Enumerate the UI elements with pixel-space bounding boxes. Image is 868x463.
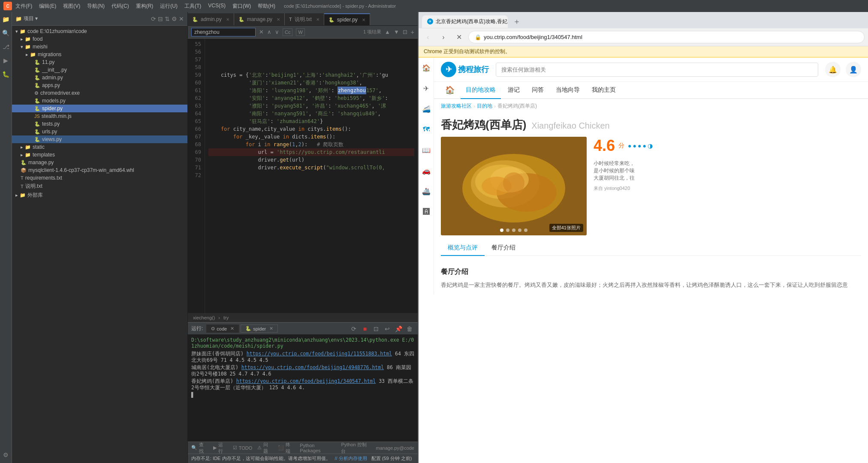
menu-edit[interactable]: 编辑(E) (39, 3, 56, 10)
editor-tab-admin[interactable]: 🐍 admin.py ✕ (188, 13, 234, 25)
reviews-tab-intro[interactable]: 餐厅介绍 (485, 241, 522, 256)
search-input[interactable] (191, 28, 256, 36)
sidebar-train-icon[interactable]: 🚄 (419, 102, 433, 116)
sidebar-flight-icon[interactable]: ✈ (419, 81, 433, 95)
tree-file-models[interactable]: 🐍 models.py (12, 97, 187, 105)
collapse-icon[interactable]: ⊟ (158, 15, 163, 22)
tree-file-init[interactable]: 🐍 __init__.py (12, 66, 187, 74)
settings-icon[interactable]: ⚙ (1, 450, 11, 460)
menu-refactor[interactable]: 重构(R) (136, 3, 154, 10)
sidebar-travel-icon[interactable]: 🚢 (419, 184, 433, 198)
search-nav-down[interactable]: ▼ (394, 29, 399, 35)
nav-item-travel[interactable]: 游记 (503, 82, 525, 99)
nav-icon-2[interactable]: 👤 (846, 62, 861, 77)
nav-item-local[interactable]: 当地向导 (551, 82, 585, 99)
run-trash-icon[interactable]: 🗑 (405, 324, 414, 334)
tree-file-mysqlclient[interactable]: 📦 mysqlclient-1.4.6-cp37-cp37m-win_amd64… (12, 166, 187, 174)
tree-folder-static[interactable]: ▸ 📁 static (12, 143, 187, 151)
tree-file-apps[interactable]: 🐍 apps.py (12, 81, 187, 89)
breadcrumb-community[interactable]: 旅游攻略社区 (441, 102, 472, 110)
gallery-count[interactable]: 全部41张照片 (549, 224, 583, 232)
search-next-icon[interactable]: ∨ (275, 29, 279, 35)
menu-vcs[interactable]: VCS(S) (208, 3, 226, 10)
browser-tab-active[interactable]: ✈ 北京香妃烤鸡(西单店)攻略,香妃... ✕ (422, 15, 508, 28)
gallery-dot-4[interactable] (518, 228, 521, 232)
tree-root[interactable]: ▾ 📁 code E:\01zhuomian\code (12, 27, 187, 35)
menu-run[interactable]: 运行(U) (160, 3, 178, 10)
tree-file-admin[interactable]: 🐍 admin.py (12, 74, 187, 81)
terminal-link-2[interactable]: https://you.ctrip.com/food/beijing1/3405… (236, 378, 376, 384)
tool-search[interactable]: 🔍 查找 (191, 442, 208, 454)
ctrip-home-nav-icon[interactable]: 🏠 (441, 82, 459, 98)
ctrip-search-input[interactable] (496, 63, 818, 77)
editor-tab-spider[interactable]: 🐍 spider.py ✕ (324, 13, 370, 25)
browser-back-btn[interactable]: ‹ (422, 31, 434, 43)
run-stop-icon[interactable]: ■ (360, 324, 370, 334)
run-restart-icon[interactable]: ⟳ (349, 324, 359, 334)
reviews-tab-overview[interactable]: 概览与点评 (441, 241, 485, 256)
tree-file-views[interactable]: 🐍 views.py (12, 135, 187, 143)
nav-item-profile[interactable]: 我的主页 (587, 82, 621, 99)
tree-file-chromedriver[interactable]: ⚙ chromedriver.exe (12, 89, 187, 97)
tree-file-readme[interactable]: T 说明.txt (12, 182, 187, 191)
project-icon[interactable]: 📁 (1, 15, 11, 24)
tree-folder-external[interactable]: ▸ 📁 外部库 (12, 191, 187, 200)
tool-todo[interactable]: ☑ TODO (233, 445, 253, 451)
new-tab-btn[interactable]: ＋ (509, 15, 524, 28)
browser-refresh-btn[interactable]: ✕ (453, 31, 465, 43)
search-wholeword-icon[interactable]: W (296, 28, 304, 36)
search-nav-up[interactable]: ▲ (385, 29, 390, 35)
menu-file[interactable]: 文件(F) (15, 3, 32, 10)
tree-file-manage[interactable]: 🐍 manage.py (12, 159, 187, 166)
run-tab-code[interactable]: ⊙ code ✕ (206, 325, 239, 333)
run-icon[interactable]: ▶ (1, 56, 11, 65)
tree-file-spider[interactable]: 🐍 spider.py (12, 105, 187, 112)
gallery-dot-2[interactable] (506, 228, 509, 232)
tree-folder-meishi[interactable]: ▾ 📁 meishi (12, 43, 187, 51)
statusbar-config[interactable]: 配置 (59 分钟 之前) (371, 455, 412, 462)
gallery-dot-1[interactable] (500, 228, 503, 232)
menu-code[interactable]: 代码(C) (112, 3, 129, 10)
nav-item-qa[interactable]: 问答 (527, 82, 549, 99)
editor-tab-manage[interactable]: 🐍 manage.py ✕ (234, 13, 285, 25)
run-pin-icon[interactable]: 📌 (394, 324, 403, 334)
run-scroll-icon[interactable]: ⊡ (371, 324, 381, 334)
menu-tools[interactable]: 工具(T) (184, 3, 201, 10)
sidebar-car-icon[interactable]: 📖 (419, 143, 433, 157)
run-wrap-icon[interactable]: ↩ (383, 324, 392, 334)
tab-close-spider[interactable]: ✕ (362, 18, 365, 22)
nav-item-guide[interactable]: 目的地攻略 (461, 82, 501, 99)
tab-close-readme[interactable]: ✕ (316, 17, 319, 22)
editor-tab-readme[interactable]: T 说明.txt ✕ (285, 13, 324, 25)
tree-folder-migrations[interactable]: ▸ 📁 migrations (12, 51, 187, 58)
tool-run[interactable]: ▶ 运行 (213, 442, 227, 454)
tool-issues[interactable]: ⚠ 问题 (257, 442, 272, 454)
search-plus-icon[interactable]: + (411, 29, 414, 36)
menu-nav[interactable]: 导航(N) (87, 3, 105, 10)
menu-window[interactable]: 窗口(W) (232, 3, 251, 10)
tool-python-packages[interactable]: Python Packages (300, 443, 336, 453)
tool-manage[interactable]: manage.py@code (376, 445, 414, 451)
sidebar-hotel-icon[interactable]: 🗺 (419, 123, 433, 136)
tool-terminal[interactable]: ⬛ 终端 (278, 442, 295, 454)
browser-forward-btn[interactable]: › (437, 31, 449, 43)
tree-file-requirements[interactable]: T requirements.txt (12, 174, 187, 182)
search-matchcase-icon[interactable]: Cc (283, 28, 292, 36)
run-tab-spider-close[interactable]: ✕ (269, 326, 273, 331)
search-expand-icon[interactable]: ⊡ (403, 29, 407, 35)
tree-file-stealth[interactable]: JS stealth.min.js (12, 112, 187, 120)
tab-close-manage[interactable]: ✕ (277, 17, 280, 22)
tree-folder-templates[interactable]: ▸ 📁 templates (12, 151, 187, 159)
debug-icon[interactable]: 🐛 (1, 69, 11, 79)
terminal-link-1[interactable]: https://you.ctrip.com/food/beijing1/4948… (241, 364, 384, 370)
gallery-dot-5[interactable] (524, 228, 527, 232)
url-bar[interactable]: 🔒 you.ctrip.com/food/beijing1/340547.htm… (468, 31, 865, 43)
sidebar-guide-icon[interactable]: 🅰 (419, 205, 433, 219)
tree-file-tests[interactable]: 🐍 tests.py (12, 120, 187, 128)
tab-close-admin[interactable]: ✕ (226, 17, 229, 22)
search-prev-icon[interactable]: ∧ (267, 29, 271, 35)
tree-file-urls[interactable]: 🐍 urls.py (12, 128, 187, 135)
tool-python-console[interactable]: Python 控制台 (341, 442, 371, 454)
run-tab-spider[interactable]: 🐍 spider ✕ (241, 325, 278, 333)
gear-icon[interactable]: ⚙ (172, 15, 177, 22)
